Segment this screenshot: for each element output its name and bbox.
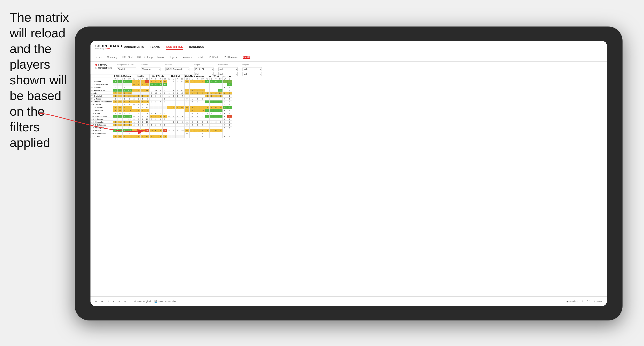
options-button[interactable]: ⚙ [582,300,584,303]
nav-teams[interactable]: TEAMS [150,44,160,50]
share-button[interactable]: ⇧ Share [593,300,602,303]
nav-committee[interactable]: COMMITTEE [166,44,183,50]
gender-select-wrap[interactable]: Women's Men's [141,67,160,71]
players-select[interactable]: (All) [242,67,262,71]
save-custom-button[interactable]: 💾 Save Custom View [154,300,176,303]
cell [167,83,171,86]
sub-nav-players[interactable]: Players [169,56,177,59]
stoll-w: W [167,78,171,80]
watch-button[interactable]: ◉ Watch ▾ [566,300,578,303]
cell: 2 [127,132,132,135]
cell: 1 [227,118,232,121]
conference-select[interactable]: (All) [218,67,238,71]
players-select-wrap[interactable]: (All) [242,67,262,71]
conference-sub-select-wrap[interactable]: (All) [218,72,238,76]
cell: 2 [132,98,136,100]
cell [218,127,222,129]
cell [122,118,127,121]
cell [176,112,180,115]
cell [214,100,218,103]
conference-select-wrap[interactable]: (All) [218,67,238,71]
row-label: 15. H Stranda [91,118,113,121]
nav-rankings[interactable]: RANKINGS [189,44,204,50]
cell: 0 [118,92,122,95]
row-label: 12. A Bianchi [91,109,113,112]
cell: 2 [113,121,118,124]
region-select-wrap[interactable]: East - DII [194,67,214,71]
sub-nav-matrix[interactable]: Matrix [157,56,164,59]
full-view-radio[interactable]: Full View [95,64,112,66]
refresh-button[interactable]: ↺ [107,300,109,303]
cell: 3 [113,89,118,92]
cell: 1 [210,95,214,98]
timer-button[interactable]: ◷ [124,300,126,303]
cell [176,124,180,127]
cell: 18 [127,92,132,95]
max-players-select[interactable]: Top 25 Top 10 Top 50 [117,67,136,71]
region-select[interactable]: East - DII [194,67,214,71]
undo-button[interactable]: ↩ [95,300,97,303]
conference-sub-select[interactable]: (All) [218,72,238,76]
cell: 8 [200,98,205,100]
cell: 1 [136,135,140,138]
cell: 0 [118,112,122,115]
cell: 26 [200,109,205,112]
max-players-select-wrap[interactable]: Top 25 Top 10 Top 50 [117,67,136,71]
cell: 1 [113,106,118,109]
cell [167,118,171,121]
sub-nav-h2h-grid[interactable]: H2H Grid [122,56,132,59]
sub-nav-h2h-heatmap2[interactable]: H2H Heatmap [223,56,238,59]
fullscreen-button[interactable]: ⛶ [587,300,590,303]
cell [171,103,176,106]
players-sub-select[interactable]: (All) [242,72,262,76]
cell: 11 [145,118,149,121]
cell: 0 [132,115,136,118]
cell: 1 [140,89,145,92]
view-original-button[interactable]: 👁 View: Original [134,300,150,303]
cell: 1 [132,121,136,124]
sub-nav-matrix2[interactable]: Matrix [243,56,250,59]
conference-label: Conference [218,64,238,66]
sub-nav-teams[interactable]: Teams [95,56,102,59]
gender-filter: Gender Women's Men's [141,64,160,71]
sub-nav-h2h-grid2[interactable]: H2H Grid [208,56,218,59]
cell [162,109,167,112]
cell: -15 [127,89,132,92]
cell: 1 [227,89,232,92]
cell: 1 [132,112,136,115]
gender-select[interactable]: Women's Men's [141,67,160,71]
players-sub-select-wrap[interactable]: (All) [242,72,262,76]
cell: 1 [227,86,232,89]
cell: 0 [214,129,218,132]
sub-nav-h2h-heatmap[interactable]: H2H Heatmap [137,56,152,59]
region-sub-select-wrap[interactable]: (All) [194,72,214,76]
cell [154,132,158,135]
matrix-content[interactable]: 2. M Kelly Mulcahy 6. A Dy 11. G Woods 2… [90,74,607,296]
cell: 0 [227,100,232,103]
division-select[interactable]: NCAA Division II [165,67,190,71]
cell: 2 [113,109,118,112]
nav-tournaments[interactable]: TOURNAMENTS [122,44,144,50]
cell [195,95,200,98]
cell: 1 [184,112,190,115]
cell [195,83,200,86]
cell: 0 [158,100,162,103]
sub-nav-detail[interactable]: Detail [197,56,203,59]
sub-nav-summary[interactable]: Summary [107,56,118,59]
division-select-wrap[interactable]: NCAA Division II [165,67,190,71]
cell: 0 [184,129,190,132]
watch-chevron: ▾ [576,300,578,303]
bottom-toolbar: ↩ ↪ ↺ ⊕ ⊟ ◷ 👁 View: Original 💾 Save Cust… [90,296,607,306]
cell [113,118,118,121]
redo-button[interactable]: ↪ [101,300,103,303]
cell [171,132,176,135]
cell: 1 [118,121,122,124]
region-sub-select[interactable]: (All) [194,72,214,76]
zoom-in-button[interactable]: ⊕ [113,300,114,303]
cell [180,135,184,138]
sub-nav-summary2[interactable]: Summary [182,56,192,59]
cell: 0 [154,95,158,98]
compact-view-radio[interactable]: Compact View [95,67,112,69]
cell: 0 [158,118,162,121]
cell: 0 [158,115,162,118]
